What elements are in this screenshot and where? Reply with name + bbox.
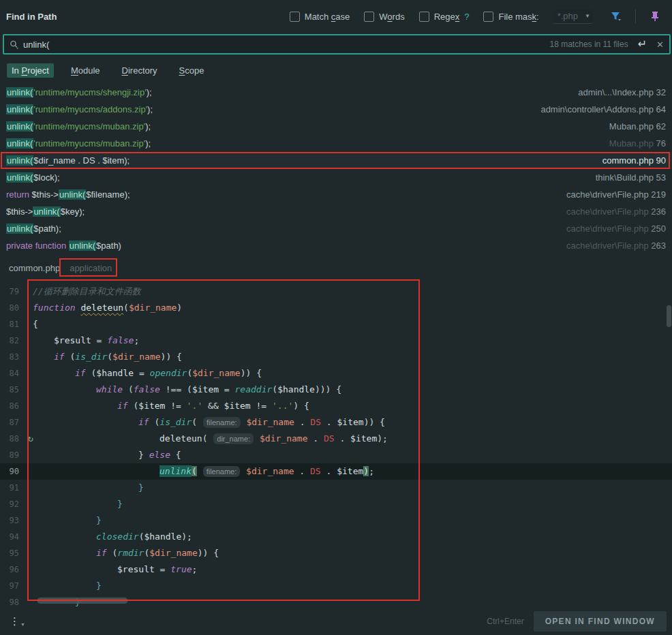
- code-line[interactable]: 86if ($item != '.' && $item != '..') {: [0, 398, 672, 414]
- code-token-plain: {: [170, 450, 181, 460]
- result-row[interactable]: unlink($path);cache\driver\File.php 250: [0, 220, 672, 237]
- open-in-find-window-button[interactable]: OPEN IN FIND WINDOW: [534, 611, 667, 632]
- result-row[interactable]: private function unlink($path)cache\driv…: [0, 237, 672, 254]
- code-token-plain: [241, 466, 246, 476]
- checkbox-square[interactable]: [483, 12, 493, 22]
- code-line[interactable]: 79//循环删除目录和文件函数: [0, 283, 672, 300]
- result-path: think\Build.php: [596, 172, 654, 183]
- code-line[interactable]: 94closedir($handle);: [0, 529, 672, 545]
- code-token-plain: ) {: [293, 401, 309, 411]
- match-case-checkbox[interactable]: Match case: [290, 12, 350, 22]
- code-line[interactable]: 90unlink( filename: $dir_name . DS . $it…: [0, 463, 672, 480]
- snippet-segment-str: 'runtime/myucms/muban.zip': [33, 138, 145, 149]
- code-token-var: $item: [350, 433, 377, 444]
- file-mask-value: *.php: [558, 11, 578, 21]
- code-token-plain: );: [181, 531, 192, 542]
- code-line[interactable]: 88↻deleteun( dir_name: $dir_name . DS . …: [0, 431, 672, 447]
- line-number: 95: [0, 545, 19, 561]
- code-line[interactable]: 92}: [0, 496, 672, 512]
- result-location: cache\driver\File.php 236: [566, 206, 666, 217]
- result-snippet: unlink($lock);: [6, 172, 596, 183]
- preview-scope-tab[interactable]: application: [70, 263, 112, 273]
- code-token-plain: =: [219, 384, 234, 394]
- code-line[interactable]: 97}: [0, 578, 672, 594]
- code-token-var: $result: [117, 564, 155, 574]
- enter-arrow-icon[interactable]: ↵: [638, 39, 647, 50]
- result-path: Muban.php: [609, 138, 654, 149]
- tab-module[interactable]: Module: [66, 63, 105, 78]
- result-row[interactable]: unlink($lock);think\Build.php 53: [0, 169, 672, 186]
- code-line[interactable]: 85while (false !== ($item = readdir($han…: [0, 382, 672, 398]
- regex-help-link[interactable]: ?: [464, 12, 469, 22]
- result-path: cache\driver\File.php: [566, 223, 649, 234]
- code-token-plain: ;: [369, 466, 374, 476]
- code-line[interactable]: 93}: [0, 512, 672, 529]
- code-token-plain: (: [123, 384, 134, 394]
- regex-checkbox[interactable]: Regex: [419, 12, 460, 22]
- close-icon[interactable]: ✕: [656, 40, 664, 49]
- code-line[interactable]: 89} else {: [0, 447, 672, 463]
- code-line[interactable]: 96$result = true;: [0, 561, 672, 578]
- chevron-down-icon: ▼: [20, 622, 25, 627]
- code-token-plain: ))) {: [315, 384, 341, 394]
- result-row[interactable]: unlink('runtime/myucms/addons.zip');admi…: [0, 101, 672, 118]
- code-line-content: if ($item != '.' && $item != '..') {: [117, 398, 309, 414]
- result-row[interactable]: unlink('runtime/myucms/muban.zip');Muban…: [0, 135, 672, 152]
- result-row[interactable]: return $this->unlink($filename);cache\dr…: [0, 186, 672, 203]
- result-row[interactable]: unlink($dir_name . DS . $item);common.ph…: [0, 152, 672, 169]
- code-line[interactable]: 95if (rmdir($dir_name)) {: [0, 545, 672, 561]
- code-token-plain: (: [192, 417, 202, 427]
- snippet-segment-plain: $lock);: [33, 172, 59, 183]
- snippet-segment-match: unlink(: [59, 189, 86, 200]
- words-checkbox[interactable]: Words: [364, 12, 404, 22]
- search-input[interactable]: unlink( 18 matches in 11 files ↵ ✕: [3, 34, 671, 55]
- result-row[interactable]: unlink('runtime/myucms/shengji.zip');adm…: [0, 84, 672, 101]
- tab-scope[interactable]: Scope: [174, 63, 209, 78]
- filter-icon[interactable]: [607, 8, 625, 25]
- tab-directory[interactable]: Directory: [117, 63, 162, 78]
- snippet-segment-match: unlink(: [6, 87, 33, 97]
- file-mask-checkbox[interactable]: File mask:: [483, 12, 538, 22]
- result-row[interactable]: unlink('runtime/myucms/muban.zip');Muban…: [0, 118, 672, 135]
- code-token-plain: )) {: [161, 352, 182, 362]
- line-number: 89: [0, 447, 19, 463]
- words-label: Words: [379, 12, 404, 22]
- checkbox-square[interactable]: [364, 12, 374, 22]
- code-line[interactable]: 84if ($handle = opendir($dir_name)) {: [0, 365, 672, 382]
- snippet-segment-str: 'runtime/myucms/muban.zip': [33, 121, 145, 131]
- code-token-plain: )) {: [364, 417, 385, 427]
- code-token-plain: (: [86, 368, 97, 378]
- code-preview-editor[interactable]: 79//循环删除目录和文件函数80function deleteun($dir_…: [0, 279, 672, 606]
- more-options-icon[interactable]: ⋮▼: [10, 615, 25, 628]
- snippet-segment-match: unlink(: [69, 241, 96, 251]
- checkbox-square[interactable]: [419, 12, 429, 22]
- vertical-scrollbar[interactable]: [667, 305, 671, 327]
- search-query-text[interactable]: unlink(: [23, 40, 550, 50]
- code-token-fn: is_dir: [159, 417, 192, 427]
- code-line[interactable]: 82$result = false;: [0, 332, 672, 349]
- checkbox-square[interactable]: [290, 12, 300, 22]
- code-line[interactable]: 87if (is_dir( filename: $dir_name . DS .…: [0, 414, 672, 431]
- code-token-plain: (: [149, 417, 160, 427]
- code-line[interactable]: 91}: [0, 480, 672, 496]
- code-line[interactable]: 81{: [0, 316, 672, 332]
- code-token-brace: }: [96, 580, 102, 591]
- code-line-content: deleteun( dir_name: $dir_name . DS . $it…: [159, 431, 388, 447]
- result-snippet: unlink('runtime/myucms/addons.zip');: [6, 104, 540, 114]
- code-token-const: DS: [324, 433, 335, 444]
- horizontal-scrollbar[interactable]: [37, 598, 127, 604]
- file-mask-combo[interactable]: *.php ▼: [553, 10, 593, 24]
- code-token-kw: false: [107, 335, 134, 345]
- chevron-down-icon[interactable]: ▼: [585, 13, 590, 19]
- pin-icon[interactable]: [646, 8, 664, 25]
- snippet-segment-match: unlink(: [33, 206, 60, 217]
- snippet-segment-plain: $dir_name . DS . $item);: [33, 155, 129, 166]
- result-snippet: unlink($path);: [6, 223, 566, 234]
- code-line[interactable]: 83if (is_dir($dir_name)) {: [0, 349, 672, 365]
- code-line[interactable]: 80function deleteun($dir_name): [0, 300, 672, 316]
- recursive-call-icon[interactable]: ↻: [28, 431, 33, 447]
- code-line-content: }: [117, 496, 123, 512]
- result-row[interactable]: $this->unlink($key);cache\driver\File.ph…: [0, 203, 672, 220]
- preview-file-tab[interactable]: common.php: [9, 263, 60, 273]
- tab-in-project[interactable]: In Project: [7, 63, 54, 78]
